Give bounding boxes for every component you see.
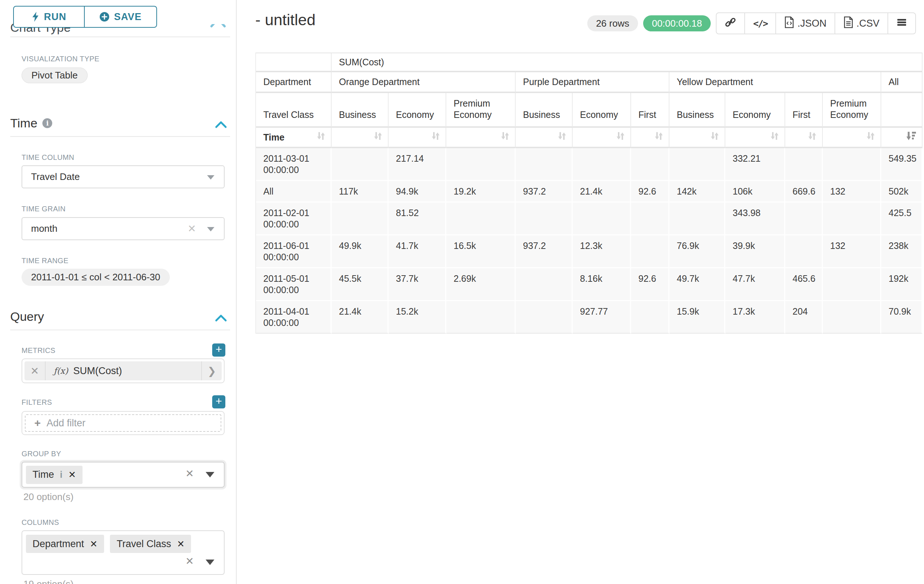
metric-pill[interactable]: ✕ ƒ(x) SUM(Cost) ❯ [25,361,222,380]
time-column-select[interactable]: Travel Date [21,165,224,188]
sort-icon[interactable] [710,131,719,143]
visualization-type-pill[interactable]: Pivot Table [21,67,87,83]
metric-cell [670,202,725,235]
table-row: 2011-02-01 00:00:0081.52343.98425.5 [256,202,922,235]
divider [10,330,230,330]
sort-icon[interactable] [807,131,817,143]
group-by-select[interactable]: Time i ✕ ✕ [21,462,224,488]
share-link-button[interactable] [716,13,745,34]
metric-cell: 81.52 [389,202,446,235]
export-csv-label: .CSV [856,18,879,29]
tag-label: Time [33,469,54,480]
filters-label: FILTERS [21,398,52,406]
sort-icon[interactable] [769,131,779,143]
column-header: Business [516,93,573,128]
column-group-header: Orange Department [332,72,516,93]
metric-label: ƒ(x) SUM(Cost) [46,361,201,380]
metric-cell [332,202,389,235]
metric-cell: 70.9k [881,301,922,334]
remove-metric-icon[interactable]: ✕ [25,361,46,380]
query-section-heading: Query [10,309,44,324]
embed-code-button[interactable]: </> [745,13,776,34]
row-label-cell: 2011-03-01 00:00:00 [256,148,332,181]
metric-cell: 106k [725,181,785,202]
add-filter-button[interactable]: + Add filter [25,414,221,432]
save-button[interactable]: SAVE [85,6,157,28]
row-label-cell: 2011-04-01 00:00:00 [256,301,332,334]
metric-cell [631,301,670,334]
add-filter-plus-button[interactable]: + [212,395,225,408]
time-range-pill[interactable]: 2011-01-01 ≤ col < 2011-06-30 [21,269,170,286]
clear-icon[interactable]: ✕ [186,555,194,567]
column-group-header: Yellow Department [670,72,881,93]
clear-icon[interactable]: ✕ [188,222,196,234]
metric-header-cell: SUM(Cost) [332,53,922,72]
sort-header-cell [446,128,516,148]
clear-icon[interactable]: ✕ [186,467,194,480]
columns-tag-department: Department ✕ [26,535,104,553]
collapse-chevron-icon[interactable] [210,24,226,28]
export-json-button[interactable]: .JSON [776,13,835,34]
remove-tag-icon[interactable]: ✕ [90,539,97,549]
menu-button[interactable] [888,13,915,34]
metric-cell: 49.9k [332,235,389,268]
sort-header-cell [823,128,881,148]
plus-icon: + [34,417,41,429]
metric-cell [446,301,516,334]
group-by-options-hint: 20 option(s) [23,491,73,503]
sort-icon[interactable] [654,131,663,143]
add-filter-label: Add filter [47,418,86,429]
time-range-label: TIME RANGE [21,257,68,265]
info-icon[interactable]: i [42,118,52,128]
sort-desc-icon[interactable] [906,131,917,143]
metric-cell: 465.6 [785,268,823,301]
table-row: 2011-06-01 00:00:0049.9k41.7k16.5k937.21… [256,235,922,268]
sort-icon[interactable] [431,131,441,143]
info-icon[interactable]: i [60,469,63,480]
chevron-down-icon[interactable] [207,227,214,231]
metric-cell: 37.7k [389,268,446,301]
superset-explore-view: Chart Type RUN SAVE [0,0,924,584]
query-timer-badge: 00:00:00.18 [643,15,711,31]
chevron-down-icon[interactable] [206,472,214,477]
metric-cell [516,148,573,181]
run-button[interactable]: RUN [13,6,85,28]
time-section-title: Time [10,116,37,130]
time-grain-select[interactable]: month ✕ [21,217,224,240]
remove-tag-icon[interactable]: ✕ [68,469,76,480]
sort-icon[interactable] [615,131,625,143]
save-button-label: SAVE [114,12,142,23]
columns-select[interactable]: Department ✕ Travel Class ✕ ✕ [21,530,224,575]
sort-icon[interactable] [866,131,875,143]
row-label-cell: All [256,181,332,202]
sort-icon[interactable] [500,131,510,143]
metric-cell: 49.7k [670,268,725,301]
metric-cell: 549.35 [881,148,922,181]
add-metric-button[interactable]: + [212,344,225,357]
chevron-down-icon[interactable] [206,559,214,565]
sort-header-cell [516,128,573,148]
columns-label: COLUMNS [21,518,59,527]
divider [10,36,230,37]
table-row: 2011-05-01 00:00:0045.5k37.7k2.69k8.16k9… [256,268,922,301]
query-section-collapse-icon[interactable] [215,314,227,322]
chevron-right-icon[interactable]: ❯ [201,361,222,380]
column-header [881,93,922,128]
sort-header-cell [389,128,446,148]
chevron-down-icon[interactable] [207,175,214,179]
sort-icon[interactable] [557,131,567,143]
time-section-collapse-icon[interactable] [215,120,227,128]
sort-icon[interactable] [373,131,383,143]
metric-cell: 132 [823,235,881,268]
export-csv-button[interactable]: .CSV [835,13,888,34]
sort-icon[interactable] [316,131,326,143]
remove-tag-icon[interactable]: ✕ [177,539,185,549]
chart-title[interactable]: - untitled [255,11,315,29]
column-group-header: Purple Department [516,72,670,93]
lightning-icon [31,12,40,22]
file-code-icon [784,16,794,31]
time-column-value: Travel Date [31,171,79,183]
metric-cell: 94.9k [389,181,446,202]
sort-header-cell [332,128,389,148]
group-by-label: GROUP BY [21,450,61,458]
